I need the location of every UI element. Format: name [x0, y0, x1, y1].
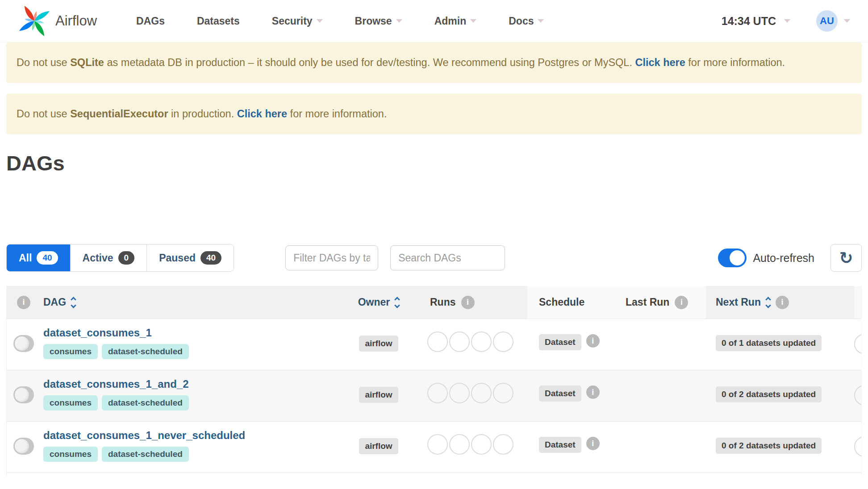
tag-filter-input[interactable]: [285, 245, 378, 270]
nav-right: 14:34 UTC AU: [722, 10, 850, 32]
autorefresh-group: Auto-refresh ↻: [718, 244, 862, 272]
header-info-cell: i: [7, 286, 41, 319]
nav-item-admin[interactable]: Admin: [434, 15, 477, 27]
tab-all[interactable]: All 40: [7, 244, 71, 271]
tab-paused-count: 40: [200, 251, 221, 265]
run-circle[interactable]: [493, 434, 513, 455]
nav-links: DAGs Datasets Security Browse Admin Docs: [136, 15, 544, 27]
dag-tag[interactable]: dataset-scheduled: [102, 447, 189, 462]
table-row: dataset_consumes_1 consumes dataset-sche…: [7, 319, 861, 370]
autorefresh-label: Auto-refresh: [753, 252, 814, 265]
header-dag[interactable]: DAG: [41, 286, 333, 319]
run-circle[interactable]: [449, 332, 470, 352]
refresh-icon: ↻: [839, 250, 853, 266]
dag-link[interactable]: dataset_consumes_1: [43, 327, 152, 339]
tab-paused[interactable]: Paused 40: [147, 244, 234, 271]
next-run-badge[interactable]: 0 of 1 datasets updated: [716, 335, 822, 351]
sort-icon: [71, 298, 75, 307]
last-run-cell: [621, 370, 706, 421]
sort-icon: [766, 298, 770, 307]
dag-tag[interactable]: dataset-scheduled: [102, 344, 189, 359]
dag-link[interactable]: dataset_consumes_1_never_scheduled: [43, 429, 245, 442]
schedule-badge[interactable]: Dataset: [539, 334, 581, 350]
autorefresh-toggle[interactable]: [718, 249, 747, 267]
warning-banner-sqlite: Do not use SQLite as metadata DB in prod…: [6, 42, 862, 83]
user-menu[interactable]: AU: [816, 10, 850, 32]
brand[interactable]: Airflow: [18, 4, 97, 37]
dag-tag[interactable]: consumes: [43, 395, 98, 410]
run-circle[interactable]: [427, 332, 448, 352]
filter-bar: All 40 Active 0 Paused 40 Auto-refresh ↻: [6, 244, 862, 272]
run-circle[interactable]: [427, 434, 448, 455]
info-icon[interactable]: i: [776, 296, 789, 309]
run-circle[interactable]: [471, 434, 492, 455]
run-circle[interactable]: [471, 383, 492, 403]
run-status-circles: [427, 332, 513, 352]
run-circle[interactable]: [449, 434, 470, 455]
run-circle[interactable]: [493, 383, 513, 403]
run-circle[interactable]: [427, 383, 448, 403]
header-owner[interactable]: Owner: [333, 286, 425, 319]
run-status-circles: [427, 434, 513, 455]
timezone-selector[interactable]: 14:34 UTC: [722, 15, 790, 28]
run-status-circles: [427, 383, 513, 403]
refresh-button[interactable]: ↻: [830, 244, 862, 272]
info-icon[interactable]: i: [586, 437, 600, 450]
airflow-logo-icon: [18, 4, 51, 37]
nav-item-datasets[interactable]: Datasets: [197, 15, 240, 27]
dag-filter-tabs: All 40 Active 0 Paused 40: [6, 244, 234, 272]
clock-label: 14:34 UTC: [722, 15, 776, 28]
toggle-knob: [15, 439, 29, 453]
info-icon[interactable]: i: [586, 334, 600, 348]
chevron-down-icon: [538, 19, 544, 23]
dag-tag[interactable]: consumes: [43, 447, 98, 462]
owner-badge[interactable]: airflow: [359, 438, 398, 454]
sort-icon: [395, 298, 399, 307]
tag-row: consumes dataset-scheduled: [43, 344, 189, 359]
schedule-badge[interactable]: Dataset: [539, 385, 581, 402]
dag-link[interactable]: dataset_consumes_1_and_2: [43, 378, 189, 390]
run-circle[interactable]: [493, 332, 513, 352]
chevron-down-icon: [396, 19, 402, 23]
page-title: DAGs: [6, 151, 862, 175]
next-run-badge[interactable]: 0 of 2 datasets updated: [716, 386, 822, 402]
info-icon[interactable]: i: [461, 296, 475, 309]
banner-link[interactable]: Click here: [237, 108, 287, 120]
dag-pause-toggle[interactable]: [13, 335, 34, 352]
table-row: dataset_consumes_1_and_2 consumes datase…: [7, 370, 861, 421]
search-dags-input[interactable]: [390, 245, 505, 270]
brand-name: Airflow: [55, 13, 97, 29]
info-icon[interactable]: i: [586, 385, 600, 399]
owner-badge[interactable]: airflow: [359, 387, 398, 403]
avatar: AU: [816, 10, 838, 32]
banner-link[interactable]: Click here: [635, 57, 685, 68]
tab-active[interactable]: Active 0: [71, 244, 147, 271]
tag-row: consumes dataset-scheduled: [43, 395, 189, 410]
dag-tag[interactable]: dataset-scheduled: [102, 395, 189, 410]
run-circle[interactable]: [449, 383, 470, 403]
tab-active-count: 0: [118, 251, 135, 265]
header-next-run[interactable]: Next Run i: [706, 286, 861, 319]
nav-item-security[interactable]: Security: [272, 15, 323, 27]
chevron-down-icon: [317, 19, 323, 23]
info-icon[interactable]: i: [17, 296, 30, 309]
nav-item-browse[interactable]: Browse: [355, 15, 402, 27]
schedule-badge[interactable]: Dataset: [539, 437, 581, 453]
nav-item-docs[interactable]: Docs: [509, 15, 544, 27]
dag-pause-toggle[interactable]: [13, 386, 34, 403]
chevron-down-icon: [470, 19, 476, 23]
run-circle[interactable]: [471, 332, 492, 352]
owner-badge[interactable]: airflow: [359, 336, 398, 352]
info-icon[interactable]: i: [675, 296, 688, 309]
dag-tag[interactable]: consumes: [43, 344, 98, 359]
banner-text: Do not use: [17, 57, 70, 68]
next-run-badge[interactable]: 0 of 2 datasets updated: [716, 438, 822, 454]
toggle-knob: [15, 336, 29, 351]
dag-pause-toggle[interactable]: [13, 438, 34, 455]
header-runs: Runs i: [425, 286, 527, 319]
top-nav: Airflow DAGs Datasets Security Browse Ad…: [0, 0, 868, 42]
nav-item-dags[interactable]: DAGs: [136, 15, 165, 27]
dags-table: i DAG Owner Runs i Schedule Last Run i N…: [6, 286, 862, 476]
chevron-down-icon: [844, 19, 850, 23]
banner-text: Do not use: [17, 108, 70, 120]
